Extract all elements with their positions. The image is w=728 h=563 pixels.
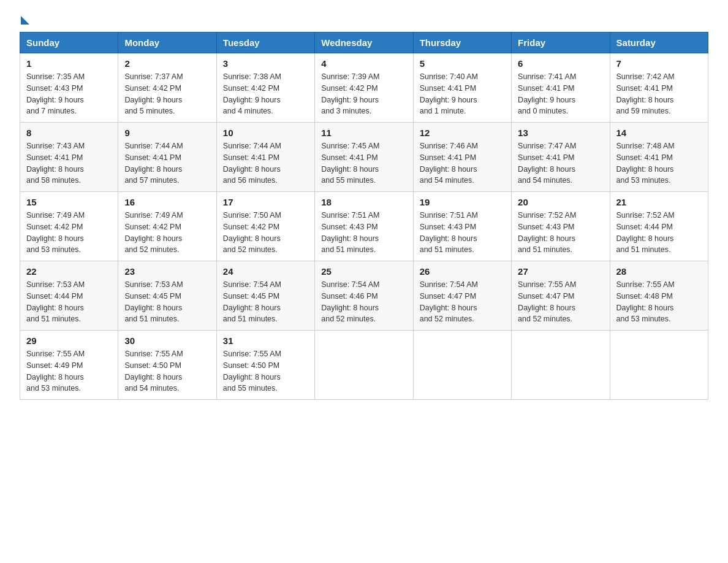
- day-number: 10: [223, 128, 308, 138]
- calendar-cell: 16Sunrise: 7:49 AMSunset: 4:42 PMDayligh…: [118, 192, 216, 261]
- day-number: 4: [321, 58, 406, 69]
- day-info: Sunrise: 7:45 AMSunset: 4:41 PMDaylight:…: [321, 140, 406, 186]
- day-number: 22: [26, 266, 112, 277]
- day-header-sunday: Sunday: [20, 33, 118, 53]
- calendar-week-row: 29Sunrise: 7:55 AMSunset: 4:49 PMDayligh…: [20, 331, 708, 400]
- day-info: Sunrise: 7:50 AMSunset: 4:42 PMDaylight:…: [223, 210, 308, 256]
- day-header-friday: Friday: [512, 33, 610, 53]
- day-number: 24: [223, 266, 308, 277]
- day-header-thursday: Thursday: [413, 33, 511, 53]
- day-info: Sunrise: 7:42 AMSunset: 4:41 PMDaylight:…: [616, 71, 702, 117]
- calendar-cell: 1Sunrise: 7:35 AMSunset: 4:43 PMDaylight…: [20, 53, 118, 123]
- calendar-cell: 14Sunrise: 7:48 AMSunset: 4:41 PMDayligh…: [610, 123, 708, 192]
- day-number: 18: [321, 197, 406, 207]
- day-number: 3: [223, 58, 308, 69]
- day-info: Sunrise: 7:54 AMSunset: 4:47 PMDaylight:…: [420, 279, 505, 325]
- calendar-header-row: SundayMondayTuesdayWednesdayThursdayFrid…: [20, 33, 708, 53]
- calendar-cell: 18Sunrise: 7:51 AMSunset: 4:43 PMDayligh…: [315, 192, 413, 261]
- day-number: 23: [124, 266, 210, 277]
- calendar-cell: 8Sunrise: 7:43 AMSunset: 4:41 PMDaylight…: [20, 123, 118, 192]
- calendar-cell: 31Sunrise: 7:55 AMSunset: 4:50 PMDayligh…: [216, 331, 314, 400]
- day-number: 16: [124, 197, 210, 207]
- day-number: 20: [518, 197, 603, 207]
- calendar-cell: 7Sunrise: 7:42 AMSunset: 4:41 PMDaylight…: [610, 53, 708, 123]
- day-header-wednesday: Wednesday: [315, 33, 413, 53]
- day-info: Sunrise: 7:54 AMSunset: 4:45 PMDaylight:…: [223, 279, 308, 325]
- day-info: Sunrise: 7:39 AMSunset: 4:42 PMDaylight:…: [321, 71, 406, 117]
- calendar-cell: 23Sunrise: 7:53 AMSunset: 4:45 PMDayligh…: [118, 261, 216, 331]
- day-info: Sunrise: 7:38 AMSunset: 4:42 PMDaylight:…: [223, 71, 308, 117]
- calendar-cell: 12Sunrise: 7:46 AMSunset: 4:41 PMDayligh…: [413, 123, 511, 192]
- day-info: Sunrise: 7:43 AMSunset: 4:41 PMDaylight:…: [26, 140, 112, 186]
- day-info: Sunrise: 7:49 AMSunset: 4:42 PMDaylight:…: [124, 210, 210, 256]
- calendar-cell: 13Sunrise: 7:47 AMSunset: 4:41 PMDayligh…: [512, 123, 610, 192]
- day-header-monday: Monday: [118, 33, 216, 53]
- day-info: Sunrise: 7:54 AMSunset: 4:46 PMDaylight:…: [321, 279, 406, 325]
- day-number: 1: [26, 58, 112, 69]
- calendar-cell: 22Sunrise: 7:53 AMSunset: 4:44 PMDayligh…: [20, 261, 118, 331]
- calendar-cell: [413, 331, 511, 400]
- logo: [20, 15, 29, 25]
- calendar-cell: 17Sunrise: 7:50 AMSunset: 4:42 PMDayligh…: [216, 192, 314, 261]
- day-number: 9: [124, 128, 210, 138]
- day-info: Sunrise: 7:37 AMSunset: 4:42 PMDaylight:…: [124, 71, 210, 117]
- day-number: 14: [616, 128, 702, 138]
- day-number: 5: [420, 58, 505, 69]
- day-number: 17: [223, 197, 308, 207]
- calendar-cell: 9Sunrise: 7:44 AMSunset: 4:41 PMDaylight…: [118, 123, 216, 192]
- day-number: 28: [616, 266, 702, 277]
- day-info: Sunrise: 7:51 AMSunset: 4:43 PMDaylight:…: [321, 210, 406, 256]
- day-info: Sunrise: 7:52 AMSunset: 4:44 PMDaylight:…: [616, 210, 702, 256]
- day-number: 26: [420, 266, 505, 277]
- day-header-tuesday: Tuesday: [216, 33, 314, 53]
- calendar-cell: 20Sunrise: 7:52 AMSunset: 4:43 PMDayligh…: [512, 192, 610, 261]
- day-info: Sunrise: 7:55 AMSunset: 4:50 PMDaylight:…: [223, 348, 308, 394]
- calendar-cell: [610, 331, 708, 400]
- day-number: 6: [518, 58, 603, 69]
- day-number: 31: [223, 335, 308, 346]
- calendar-cell: 10Sunrise: 7:44 AMSunset: 4:41 PMDayligh…: [216, 123, 314, 192]
- day-number: 29: [26, 335, 112, 346]
- calendar-week-row: 15Sunrise: 7:49 AMSunset: 4:42 PMDayligh…: [20, 192, 708, 261]
- calendar-cell: 2Sunrise: 7:37 AMSunset: 4:42 PMDaylight…: [118, 53, 216, 123]
- calendar-cell: [512, 331, 610, 400]
- day-info: Sunrise: 7:48 AMSunset: 4:41 PMDaylight:…: [616, 140, 702, 186]
- day-number: 2: [124, 58, 210, 69]
- calendar-cell: 3Sunrise: 7:38 AMSunset: 4:42 PMDaylight…: [216, 53, 314, 123]
- calendar-cell: 24Sunrise: 7:54 AMSunset: 4:45 PMDayligh…: [216, 261, 314, 331]
- day-number: 7: [616, 58, 702, 69]
- day-number: 11: [321, 128, 406, 138]
- day-number: 12: [420, 128, 505, 138]
- calendar-cell: 5Sunrise: 7:40 AMSunset: 4:41 PMDaylight…: [413, 53, 511, 123]
- calendar-week-row: 1Sunrise: 7:35 AMSunset: 4:43 PMDaylight…: [20, 53, 708, 123]
- day-info: Sunrise: 7:40 AMSunset: 4:41 PMDaylight:…: [420, 71, 505, 117]
- calendar-cell: 27Sunrise: 7:55 AMSunset: 4:47 PMDayligh…: [512, 261, 610, 331]
- calendar-cell: 26Sunrise: 7:54 AMSunset: 4:47 PMDayligh…: [413, 261, 511, 331]
- day-number: 25: [321, 266, 406, 277]
- day-info: Sunrise: 7:53 AMSunset: 4:44 PMDaylight:…: [26, 279, 112, 325]
- calendar-cell: 6Sunrise: 7:41 AMSunset: 4:41 PMDaylight…: [512, 53, 610, 123]
- calendar-cell: 21Sunrise: 7:52 AMSunset: 4:44 PMDayligh…: [610, 192, 708, 261]
- calendar-cell: 4Sunrise: 7:39 AMSunset: 4:42 PMDaylight…: [315, 53, 413, 123]
- day-info: Sunrise: 7:55 AMSunset: 4:47 PMDaylight:…: [518, 279, 603, 325]
- day-number: 13: [518, 128, 603, 138]
- day-number: 21: [616, 197, 702, 207]
- day-info: Sunrise: 7:47 AMSunset: 4:41 PMDaylight:…: [518, 140, 603, 186]
- calendar-cell: [315, 331, 413, 400]
- calendar-cell: 28Sunrise: 7:55 AMSunset: 4:48 PMDayligh…: [610, 261, 708, 331]
- day-info: Sunrise: 7:44 AMSunset: 4:41 PMDaylight:…: [124, 140, 210, 186]
- logo-arrow-icon: [21, 16, 29, 25]
- calendar-cell: 15Sunrise: 7:49 AMSunset: 4:42 PMDayligh…: [20, 192, 118, 261]
- calendar-cell: 25Sunrise: 7:54 AMSunset: 4:46 PMDayligh…: [315, 261, 413, 331]
- day-info: Sunrise: 7:41 AMSunset: 4:41 PMDaylight:…: [518, 71, 603, 117]
- day-info: Sunrise: 7:49 AMSunset: 4:42 PMDaylight:…: [26, 210, 112, 256]
- day-info: Sunrise: 7:35 AMSunset: 4:43 PMDaylight:…: [26, 71, 112, 117]
- calendar-week-row: 8Sunrise: 7:43 AMSunset: 4:41 PMDaylight…: [20, 123, 708, 192]
- day-header-saturday: Saturday: [610, 33, 708, 53]
- day-info: Sunrise: 7:51 AMSunset: 4:43 PMDaylight:…: [420, 210, 505, 256]
- day-info: Sunrise: 7:55 AMSunset: 4:48 PMDaylight:…: [616, 279, 702, 325]
- calendar-table: SundayMondayTuesdayWednesdayThursdayFrid…: [20, 32, 708, 400]
- calendar-week-row: 22Sunrise: 7:53 AMSunset: 4:44 PMDayligh…: [20, 261, 708, 331]
- calendar-cell: 30Sunrise: 7:55 AMSunset: 4:50 PMDayligh…: [118, 331, 216, 400]
- day-info: Sunrise: 7:44 AMSunset: 4:41 PMDaylight:…: [223, 140, 308, 186]
